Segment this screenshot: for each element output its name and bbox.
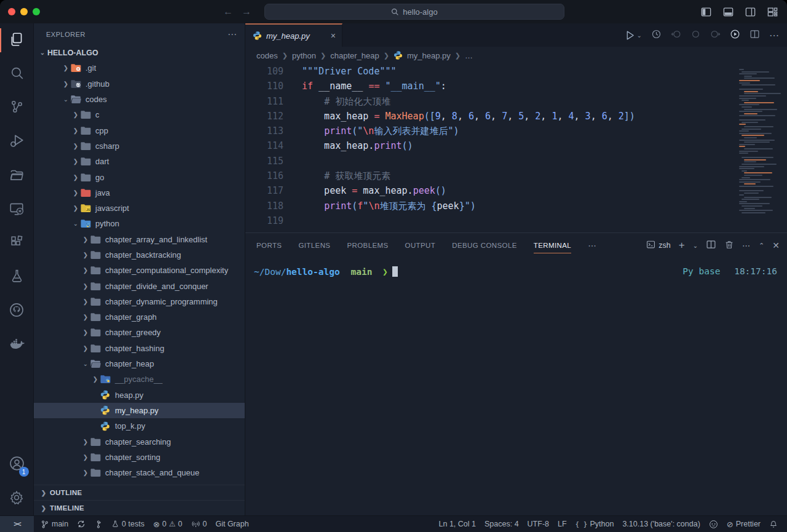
tree-item-dart[interactable]: ❯dart — [34, 154, 245, 169]
breadcrumb-item[interactable]: python — [292, 51, 316, 60]
activity-remote-explorer[interactable] — [0, 193, 34, 226]
panel-tabs-overflow-icon[interactable]: ⋯ — [588, 240, 597, 250]
status-git-graph[interactable]: Git Graph — [211, 520, 253, 528]
status-ln-1-col-1[interactable]: Ln 1, Col 1 — [435, 520, 480, 528]
tree-item-go[interactable]: ❯go — [34, 169, 245, 185]
tree-item-chapter-computational-complexity[interactable]: ❯chapter_computational_complexity — [34, 263, 245, 278]
tree-item-chapter-backtracking[interactable]: ❯chapter_backtracking — [34, 247, 245, 263]
nav-back-icon[interactable]: ← — [223, 6, 233, 17]
maximize-panel-icon[interactable]: ⌃ — [759, 242, 764, 250]
tree-item-javascript[interactable]: ❯JSjavascript — [34, 200, 245, 216]
tree-item--github[interactable]: ❯.github — [34, 76, 245, 92]
close-window-icon[interactable] — [8, 8, 15, 15]
panel-tab-terminal[interactable]: TERMINAL — [534, 233, 571, 258]
activity-run-debug[interactable] — [0, 125, 34, 159]
nav-forward-icon[interactable]: → — [242, 6, 251, 17]
tree-item-chapter-stack-and-queue[interactable]: ❯chapter_stack_and_queue — [34, 465, 245, 480]
status-0[interactable]: 0 — [187, 520, 212, 528]
tree-item-top-k-py[interactable]: top_k.py — [34, 418, 245, 434]
activity-folder-view[interactable] — [0, 159, 34, 193]
nav-forward-icon[interactable] — [710, 29, 721, 42]
status-bell-icon[interactable] — [765, 520, 782, 529]
panel-tab-ports[interactable]: PORTS — [256, 233, 282, 258]
activity-settings[interactable] — [0, 482, 34, 515]
breadcrumb-item[interactable]: chapter_heap — [330, 51, 379, 60]
close-tab-icon[interactable]: × — [331, 31, 336, 41]
activity-docker[interactable] — [0, 328, 34, 362]
explorer-more-icon[interactable]: ⋯ — [227, 29, 237, 40]
activity-search[interactable] — [0, 57, 34, 91]
panel-tab-debug-console[interactable]: DEBUG CONSOLE — [452, 233, 517, 258]
status-3-10-13-base-conda-[interactable]: 3.10.13 ('base': conda) — [618, 520, 704, 528]
status-prettier[interactable]: ⊘Prettier — [722, 520, 765, 529]
toggle-panel-icon[interactable] — [722, 6, 734, 18]
tree-item-chapter-heap[interactable]: ⌄chapter_heap — [34, 356, 245, 371]
tab-my-heap-py[interactable]: my_heap.py × — [245, 23, 342, 47]
more-icon[interactable]: ⋯ — [742, 241, 751, 250]
status-sync-icon[interactable] — [73, 520, 90, 528]
minimize-window-icon[interactable] — [20, 8, 28, 15]
tree-item-chapter-sorting[interactable]: ❯chapter_sorting — [34, 450, 245, 465]
tree-item-cpp[interactable]: ❯cpp — [34, 122, 245, 138]
status-gitlens-icon[interactable] — [90, 520, 107, 529]
status-octoface-icon[interactable] — [705, 520, 722, 529]
tree-item-java[interactable]: ❯java — [34, 185, 245, 200]
tree-item-codes[interactable]: ⌄codes — [34, 92, 245, 107]
status-spaces-4[interactable]: Spaces: 4 — [480, 520, 523, 528]
breadcrumb-item[interactable]: my_heap.py — [407, 51, 451, 60]
status-0-tests[interactable]: 0 tests — [107, 520, 149, 528]
customize-layout-icon[interactable] — [767, 6, 778, 18]
tree-item-my-heap-py[interactable]: my_heap.py — [34, 403, 245, 418]
breadcrumb-item[interactable]: codes — [256, 51, 278, 60]
tree-item-chapter-dynamic-programming[interactable]: ❯chapter_dynamic_programming — [34, 294, 245, 309]
timeline-section[interactable]: ❯ TIMELINE — [34, 500, 245, 515]
tree-item--pycache-[interactable]: ❯__pycache__ — [34, 371, 245, 387]
shell-selector[interactable]: zsh — [646, 240, 670, 251]
tree-item-hello-algo[interactable]: ⌄HELLO-ALGO — [34, 45, 245, 60]
tree-item-heap-py[interactable]: heap.py — [34, 387, 245, 403]
more-actions-icon[interactable]: ⋯ — [769, 30, 780, 41]
zoom-window-icon[interactable] — [33, 8, 40, 15]
activity-source-control[interactable] — [0, 91, 34, 125]
activity-explorer[interactable] — [0, 23, 34, 57]
panel-tab-gitlens[interactable]: GITLENS — [298, 233, 330, 258]
run-profile-icon[interactable] — [730, 29, 740, 42]
tree-item--git[interactable]: ❯.git — [34, 60, 245, 76]
command-center-search[interactable]: hello-algo — [264, 4, 564, 20]
status-python[interactable]: { }Python — [571, 520, 619, 528]
activity-github[interactable] — [0, 294, 34, 328]
status-0-0[interactable]: ⊗0⚠0 — [149, 520, 187, 529]
split-terminal-icon[interactable] — [706, 239, 716, 252]
terminal[interactable]: ~/Dow/hello-algo main ❯ Py base 18:17:16 — [245, 258, 787, 515]
tree-item-chapter-searching[interactable]: ❯chapter_searching — [34, 434, 245, 449]
tree-item-chapter-hashing[interactable]: ❯chapter_hashing — [34, 341, 245, 356]
activity-testing[interactable] — [0, 260, 34, 294]
tree-item-chapter-graph[interactable]: ❯chapter_graph — [34, 309, 245, 325]
panel-tab-problems[interactable]: PROBLEMS — [347, 233, 388, 258]
outline-section[interactable]: ❯ OUTLINE — [34, 485, 245, 500]
tree-item-csharp[interactable]: ❯csharp — [34, 138, 245, 154]
panel-tab-output[interactable]: OUTPUT — [405, 233, 436, 258]
timeline-history-icon[interactable] — [651, 29, 662, 42]
split-editor-icon[interactable] — [749, 29, 760, 42]
tree-item-chapter-greedy[interactable]: ❯chapter_greedy — [34, 325, 245, 340]
trash-icon[interactable] — [724, 240, 734, 252]
code-editor[interactable]: 109110111112113114115116117118119 """Dri… — [245, 64, 787, 232]
terminal-dropdown-icon[interactable]: ⌄ — [693, 242, 698, 249]
status-lf[interactable]: LF — [553, 520, 571, 528]
nav-back-icon[interactable] — [671, 29, 681, 42]
status-utf-8[interactable]: UTF-8 — [523, 520, 553, 528]
activity-extensions[interactable] — [0, 226, 34, 260]
tree-item-c[interactable]: ❯c — [34, 107, 245, 122]
activity-accounts[interactable]: 1 — [0, 448, 34, 482]
toggle-sidebar-icon[interactable] — [700, 6, 712, 18]
status-main[interactable]: main — [36, 520, 73, 529]
tree-item-python[interactable]: ⌄python — [34, 216, 245, 231]
tree-item-chapter-array-and-linkedlist[interactable]: ❯chapter_array_and_linkedlist — [34, 232, 245, 247]
add-terminal-icon[interactable]: + — [679, 239, 685, 252]
run-python-button[interactable]: ⌄ — [625, 30, 642, 41]
minimap[interactable] — [739, 69, 783, 214]
remote-indicator[interactable]: >< — [0, 516, 34, 532]
toggle-secondary-sidebar-icon[interactable] — [745, 6, 756, 18]
close-panel-icon[interactable]: ✕ — [772, 240, 780, 250]
